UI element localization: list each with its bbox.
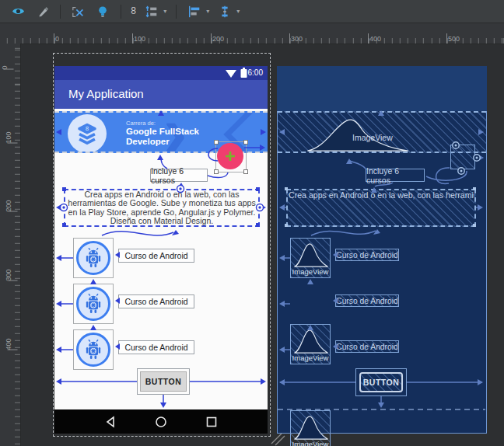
banner-kicker: Carrera de: — [126, 120, 156, 127]
wifi-icon — [226, 69, 236, 78]
blueprint-fab-imageview[interactable] — [450, 145, 475, 169]
selection-handle[interactable] — [62, 187, 66, 191]
pack-dropdown-caret[interactable]: ▾ — [163, 8, 166, 15]
toolbar-separator — [60, 5, 61, 19]
android-robot-icon — [76, 333, 110, 367]
ruler-ticks — [15, 44, 20, 446]
badge-textview[interactable]: Incluye 6 cursos — [150, 169, 208, 182]
blueprint-actionbar-band — [277, 66, 487, 111]
imageview-label: ImageView — [291, 267, 330, 276]
blueprint-course-imageview[interactable]: ImageView — [290, 324, 331, 364]
align-icon[interactable] — [186, 3, 203, 20]
action-bar[interactable]: My Application — [54, 80, 268, 109]
plus-icon — [217, 143, 243, 169]
ruler-ticks — [0, 38, 504, 44]
default-margin-value[interactable]: 8 — [131, 6, 136, 17]
blueprint-course-label[interactable]: Curso de Android — [335, 294, 399, 307]
layout-editor: 8 ▾ ▾ ▾ 0 100 200 300 400 500 0 100 200 … — [0, 0, 504, 446]
ruler-label: 100 — [5, 131, 12, 143]
svg-text:8: 8 — [86, 125, 89, 132]
ruler-label: 300 — [291, 35, 303, 43]
android-robot-icon — [76, 287, 110, 321]
course-label-textview[interactable]: Curso de Android — [118, 249, 194, 263]
blueprint-course-label[interactable]: Curso de Android — [335, 249, 399, 261]
editor-toolbar: 8 ▾ ▾ ▾ — [0, 0, 504, 23]
selection-handle[interactable] — [256, 223, 260, 227]
distribute-dropdown-caret[interactable]: ▾ — [236, 8, 240, 15]
button-widget[interactable]: BUTTON — [140, 371, 187, 392]
course-icon-imageview[interactable] — [73, 238, 114, 278]
ruler-label: 500 — [448, 35, 460, 43]
clear-constraints-icon[interactable] — [70, 3, 87, 20]
ruler-label: 200 — [212, 35, 224, 43]
google-developers-logo: 8 — [68, 114, 107, 153]
align-dropdown-caret[interactable]: ▾ — [206, 8, 209, 15]
blueprint-course-label[interactable]: Curso de Android — [335, 340, 399, 353]
ruler-label: 400 — [5, 338, 12, 350]
fab-imageview[interactable] — [217, 143, 243, 169]
recents-icon — [205, 416, 218, 428]
blueprint-course-imageview[interactable]: ImageView — [290, 410, 331, 446]
course-label-textview[interactable]: Curso de Android — [118, 340, 194, 354]
banner-title-line1: Google FullStack — [126, 127, 199, 136]
imageview-label: ImageView — [352, 133, 393, 142]
ruler-label: 0 — [1, 65, 9, 69]
toolbar-separator — [121, 5, 121, 19]
pack-icon[interactable] — [143, 3, 160, 20]
mountain-icon — [291, 240, 331, 268]
selection-handle[interactable] — [62, 223, 66, 227]
navigation-bar — [54, 409, 268, 434]
banner-title-line2: Developer — [126, 137, 170, 146]
vertical-ruler: 0 100 200 300 400 — [0, 44, 21, 446]
design-surface-icon[interactable] — [33, 3, 51, 20]
course-icon-imageview[interactable] — [73, 284, 114, 324]
infer-constraints-lightbulb-icon[interactable] — [94, 3, 111, 20]
blueprint-description-textview[interactable]: Crea apps en Android o en la web, con la… — [286, 189, 476, 227]
horizontal-ruler: 0 100 200 300 400 500 — [0, 23, 504, 44]
mountain-icon — [291, 326, 331, 354]
course-icon-imageview[interactable] — [73, 329, 114, 370]
home-icon — [155, 416, 167, 428]
blueprint-badge-textview[interactable]: Incluye 6 cursos — [366, 169, 425, 182]
ruler-label: 300 — [5, 269, 12, 280]
blueprint-button-widget[interactable]: BUTTON — [359, 372, 403, 392]
view-options-eye-icon[interactable] — [9, 3, 26, 20]
ruler-label: 400 — [369, 35, 381, 43]
android-robot-icon — [76, 241, 110, 275]
app-title: My Application — [68, 87, 144, 100]
ruler-label: 100 — [134, 35, 145, 43]
description-line: Diseña con Material Design. — [65, 217, 258, 225]
selection-handle[interactable] — [256, 187, 260, 191]
status-time: 6:00 — [248, 68, 263, 77]
status-bar: 6:00 — [54, 66, 268, 80]
mountain-icon — [291, 413, 331, 441]
course-label-textview[interactable]: Curso de Android — [118, 294, 194, 308]
ruler-label: 200 — [5, 200, 12, 211]
imageview-label: ImageView — [291, 440, 330, 446]
imageview-label: ImageView — [291, 354, 330, 362]
toolbar-separator — [176, 5, 177, 19]
description-textview[interactable]: Crea apps en Android o en la web, con la… — [64, 189, 260, 227]
ruler-label: 0 — [55, 35, 59, 43]
back-icon — [104, 416, 117, 428]
battery-icon — [240, 68, 247, 78]
distribute-icon[interactable] — [216, 3, 233, 20]
blueprint-course-imageview[interactable]: ImageView — [290, 238, 331, 278]
